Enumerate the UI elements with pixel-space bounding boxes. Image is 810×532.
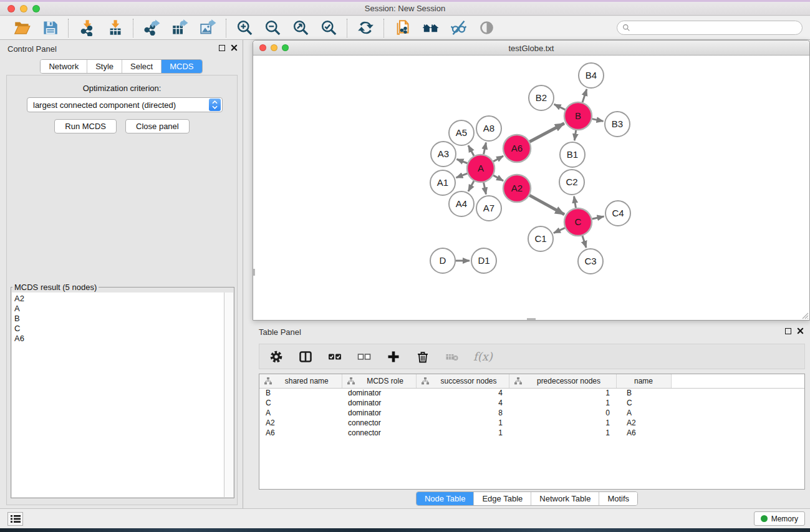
tab-style[interactable]: Style — [87, 60, 122, 73]
export-network-icon[interactable] — [142, 18, 162, 38]
tab-select[interactable]: Select — [122, 60, 161, 73]
deselect-all-icon[interactable] — [356, 349, 372, 365]
table-cell[interactable]: 1 — [509, 398, 616, 408]
table-row[interactable]: Bdominator41B — [259, 388, 804, 398]
graph-node-A8[interactable]: A8 — [476, 116, 501, 141]
graph-node-A[interactable]: A — [467, 155, 494, 182]
column-header-predecessor-nodes[interactable]: predecessor nodes — [509, 374, 616, 388]
graph-edge-B-B4[interactable] — [582, 89, 587, 102]
select-all-icon[interactable] — [327, 349, 343, 365]
optimization-criterion-dropdown[interactable]: largest connected component (directed) — [27, 97, 223, 112]
close-table-panel-icon[interactable] — [797, 327, 804, 334]
network-file-icon[interactable] — [392, 18, 412, 38]
tab-edge-table[interactable]: Edge Table — [473, 492, 531, 505]
table-cell[interactable]: C — [259, 398, 342, 408]
graph-edge-A-A7[interactable] — [484, 183, 486, 195]
tab-network-table[interactable]: Network Table — [531, 492, 599, 505]
table-cell[interactable]: A — [616, 408, 671, 418]
run-mcds-button[interactable]: Run MCDS — [54, 119, 117, 133]
result-list-item[interactable]: C — [12, 324, 224, 334]
close-panel-button[interactable]: Close panel — [125, 119, 190, 133]
table-cell[interactable]: 4 — [416, 388, 509, 398]
table-cell[interactable]: connector — [342, 418, 416, 428]
save-session-icon[interactable] — [40, 18, 60, 38]
table-row[interactable]: Adominator80A — [259, 408, 804, 418]
import-table-icon[interactable] — [105, 18, 125, 38]
graph-edge-A-A2[interactable] — [493, 175, 503, 181]
graph-edge-C-C2[interactable] — [574, 196, 576, 208]
export-image-icon[interactable] — [198, 18, 218, 38]
table-cell[interactable]: 4 — [416, 398, 509, 408]
graph-node-A7[interactable]: A7 — [476, 196, 501, 221]
table-cell[interactable]: C — [616, 398, 671, 408]
column-header-mcds-role[interactable]: MCDS role — [342, 374, 416, 388]
table-row[interactable]: A6connector11A6 — [259, 428, 804, 438]
network-graph[interactable]: B4B2BB3A8A5A6A3B1AC2A1A2A4A7C4CC1C3DD1 — [253, 56, 809, 320]
table-cell[interactable]: B — [259, 388, 342, 398]
vertical-scrollbar-fragment[interactable] — [253, 269, 255, 276]
memory-button[interactable]: Memory — [754, 511, 805, 526]
graph-edge-C-C1[interactable] — [554, 228, 565, 233]
horizontal-scrollbar-fragment[interactable] — [527, 318, 536, 320]
graph-edge-A-A4[interactable] — [468, 181, 474, 191]
table-cell[interactable]: 1 — [509, 418, 616, 428]
table-cell[interactable]: A6 — [616, 428, 671, 438]
table-cell[interactable]: 0 — [509, 408, 616, 418]
graph-node-A6[interactable]: A6 — [503, 135, 531, 162]
column-header-successor-nodes[interactable]: successor nodes — [416, 374, 509, 388]
graph-node-A3[interactable]: A3 — [431, 142, 456, 167]
graph-node-C[interactable]: C — [564, 208, 592, 236]
export-table-icon[interactable] — [170, 18, 190, 38]
graph-node-C1[interactable]: C1 — [528, 226, 553, 251]
table-cell[interactable]: connector — [342, 428, 416, 438]
table-cell[interactable]: 1 — [509, 428, 616, 438]
table-row[interactable]: Cdominator41C — [259, 398, 804, 408]
table-cell[interactable]: dominator — [342, 408, 416, 418]
table-row[interactable]: A2connector11A2 — [259, 418, 804, 428]
graph-node-A5[interactable]: A5 — [449, 120, 474, 145]
zoom-fit-icon[interactable] — [291, 18, 311, 38]
search-input[interactable] — [634, 24, 797, 32]
table-cell[interactable]: A6 — [259, 428, 342, 438]
result-list-item[interactable]: B — [12, 314, 224, 324]
tab-mcds[interactable]: MCDS — [161, 60, 201, 73]
table-cell[interactable]: 1 — [509, 388, 616, 398]
graph-node-A1[interactable]: A1 — [430, 170, 455, 195]
table-cell[interactable]: A — [259, 408, 342, 418]
show-graphics-details-icon[interactable] — [476, 18, 496, 38]
graph-node-A4[interactable]: A4 — [449, 191, 474, 216]
graph-node-B[interactable]: B — [564, 102, 592, 130]
graph-node-C4[interactable]: C4 — [605, 201, 630, 226]
graph-edge-B-B3[interactable] — [592, 119, 604, 122]
float-table-panel-icon[interactable] — [785, 328, 791, 334]
result-list-item[interactable]: A — [12, 304, 224, 314]
open-file-icon[interactable] — [12, 18, 32, 38]
zoom-selected-icon[interactable] — [319, 18, 339, 38]
graph-node-D1[interactable]: D1 — [471, 248, 496, 273]
table-cell[interactable]: 1 — [416, 428, 509, 438]
graph-node-B4[interactable]: B4 — [579, 63, 604, 88]
function-builder-button[interactable]: f(x) — [473, 350, 493, 363]
graph-node-B1[interactable]: B1 — [560, 142, 585, 167]
table-cell[interactable]: B — [616, 388, 671, 398]
show-column-icon[interactable] — [297, 349, 314, 365]
table-settings-gear-icon[interactable] — [268, 349, 284, 365]
graph-edge-C-C3[interactable] — [582, 236, 586, 248]
result-list-item[interactable]: A6 — [12, 334, 224, 344]
table-cell[interactable]: A2 — [616, 418, 671, 428]
network-canvas[interactable]: B4B2BB3A8A5A6A3B1AC2A1A2A4A7C4CC1C3DD1 — [253, 56, 809, 320]
tab-network[interactable]: Network — [41, 60, 87, 73]
add-column-icon[interactable] — [385, 349, 402, 365]
float-panel-icon[interactable] — [219, 45, 225, 51]
table-cell[interactable]: dominator — [342, 398, 416, 408]
graph-edge-A6-B[interactable] — [529, 123, 564, 142]
graph-edge-B-B1[interactable] — [574, 130, 576, 140]
hide-graphics-details-icon[interactable] — [448, 18, 468, 38]
zoom-out-icon[interactable] — [263, 18, 282, 38]
resize-grip-icon[interactable] — [800, 311, 809, 319]
home-view-icon[interactable] — [420, 18, 440, 38]
graph-edge-C-C4[interactable] — [592, 216, 604, 219]
graph-node-C2[interactable]: C2 — [559, 170, 584, 195]
graph-edge-A2-C[interactable] — [529, 195, 564, 215]
delete-column-trash-icon[interactable] — [415, 349, 431, 365]
